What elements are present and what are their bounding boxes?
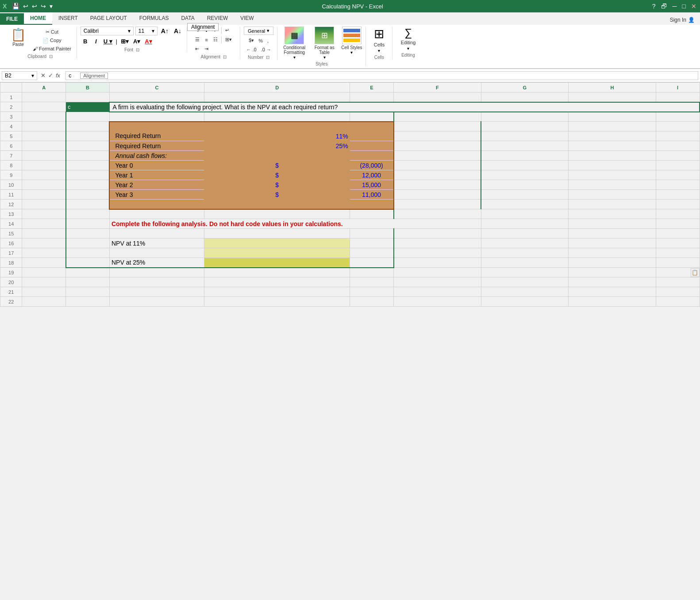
save-button[interactable]: 💾 <box>11 2 20 11</box>
cell-h12[interactable] <box>569 200 656 209</box>
restore-button[interactable]: 🗗 <box>660 2 668 11</box>
cell-i15[interactable] <box>656 229 700 238</box>
sign-in-button[interactable]: Sign In 👤 <box>665 15 700 25</box>
cell-a4[interactable] <box>22 122 66 131</box>
col-header-i[interactable]: I <box>656 83 700 92</box>
cell-a8[interactable] <box>22 161 66 170</box>
cell-h8[interactable] <box>569 161 656 170</box>
cell-a21[interactable] <box>22 287 66 297</box>
cell-i7[interactable] <box>656 151 700 161</box>
cell-h20[interactable] <box>569 277 656 287</box>
increase-indent-button[interactable]: ⇥ <box>203 45 210 53</box>
cell-f3[interactable] <box>394 112 481 122</box>
cell-g11[interactable] <box>481 190 569 200</box>
font-name-selector[interactable]: Calibri▾ <box>81 27 134 35</box>
cell-i6[interactable] <box>656 141 700 151</box>
cell-d17[interactable] <box>204 248 350 258</box>
cell-a11[interactable] <box>22 190 66 200</box>
format-painter-button[interactable]: 🖌 Format Painter <box>31 45 73 52</box>
cell-g10[interactable] <box>481 180 569 190</box>
cell-d19[interactable] <box>204 268 350 277</box>
cell-b7[interactable] <box>66 151 110 161</box>
cell-d11[interactable]: $ <box>204 190 350 200</box>
cell-d18[interactable] <box>204 258 350 268</box>
cell-b4[interactable] <box>66 122 110 131</box>
bold-button[interactable]: B <box>81 37 90 46</box>
cell-a9[interactable] <box>22 170 66 180</box>
cell-a3[interactable] <box>22 112 66 122</box>
cell-a12[interactable] <box>22 200 66 209</box>
col-header-b[interactable]: B <box>66 83 110 92</box>
increase-font-size-button[interactable]: A↑ <box>159 27 170 35</box>
decrease-decimal-button[interactable]: ← .0 <box>244 46 258 53</box>
cell-b5[interactable] <box>66 131 110 141</box>
cell-h5[interactable] <box>569 131 656 141</box>
cell-g17[interactable] <box>481 248 569 258</box>
confirm-formula-button[interactable]: ✓ <box>48 72 53 79</box>
cell-i13[interactable] <box>656 209 700 219</box>
cell-h10[interactable] <box>569 180 656 190</box>
cell-f17[interactable] <box>394 248 481 258</box>
cell-a17[interactable] <box>22 248 66 258</box>
cell-d16[interactable] <box>204 238 350 248</box>
cell-h1[interactable] <box>569 92 656 102</box>
cell-e20[interactable] <box>350 277 394 287</box>
cell-a20[interactable] <box>22 277 66 287</box>
cut-button[interactable]: ✂ Cut <box>31 28 73 36</box>
cell-e15[interactable] <box>350 229 394 238</box>
cell-f1[interactable] <box>394 92 481 102</box>
cell-c2[interactable]: A firm is evaluating the following proje… <box>109 102 700 112</box>
cell-f6[interactable] <box>394 141 481 151</box>
cell-brown-4[interactable] <box>109 122 393 131</box>
borders-button[interactable]: ⊞▾ <box>119 37 131 46</box>
cell-e3[interactable] <box>350 112 394 122</box>
cell-b18[interactable] <box>66 258 110 268</box>
cell-i12[interactable] <box>656 200 700 209</box>
cell-d7[interactable] <box>204 151 350 161</box>
cell-f9[interactable] <box>394 170 481 180</box>
cell-g20[interactable] <box>481 277 569 287</box>
cell-b20[interactable] <box>66 277 110 287</box>
cell-b13[interactable] <box>66 209 110 219</box>
cell-g12[interactable] <box>481 200 569 209</box>
col-header-d[interactable]: D <box>204 83 350 92</box>
cell-b1[interactable] <box>66 92 110 102</box>
cell-d3[interactable] <box>204 112 350 122</box>
cell-g9[interactable] <box>481 170 569 180</box>
cell-g14[interactable] <box>481 219 569 229</box>
cell-d20[interactable] <box>204 277 350 287</box>
cell-h18[interactable] <box>569 258 656 268</box>
cell-e22[interactable] <box>350 297 394 307</box>
cell-a1[interactable] <box>22 92 66 102</box>
cell-b8[interactable] <box>66 161 110 170</box>
cell-d9[interactable]: $ <box>204 170 350 180</box>
cell-e5[interactable] <box>350 131 394 141</box>
cell-c16[interactable]: NPV at 11% <box>109 238 204 248</box>
cell-c3[interactable] <box>109 112 204 122</box>
col-header-a[interactable]: A <box>22 83 66 92</box>
cell-c11[interactable]: Year 3 <box>109 190 204 200</box>
cell-e10[interactable]: 15,000 <box>350 180 394 190</box>
minimize-button[interactable]: ─ <box>672 2 678 11</box>
cell-c17[interactable] <box>109 248 204 258</box>
cell-d22[interactable] <box>204 297 350 307</box>
cell-f10[interactable] <box>394 180 481 190</box>
cell-i10[interactable] <box>656 180 700 190</box>
cell-b6[interactable] <box>66 141 110 151</box>
cell-i16[interactable] <box>656 238 700 248</box>
fill-color-button[interactable]: A▾ <box>131 37 142 46</box>
cell-e19[interactable] <box>350 268 394 277</box>
cell-g6[interactable] <box>481 141 569 151</box>
cell-c9[interactable]: Year 1 <box>109 170 204 180</box>
cell-a14[interactable] <box>22 219 66 229</box>
cell-brown-12[interactable] <box>109 200 393 209</box>
cell-e13[interactable] <box>350 209 394 219</box>
cell-e11[interactable]: 11,000 <box>350 190 394 200</box>
cell-i8[interactable] <box>656 161 700 170</box>
cell-h15[interactable] <box>569 229 656 238</box>
cell-d21[interactable] <box>204 287 350 297</box>
cell-h13[interactable] <box>569 209 656 219</box>
cell-f21[interactable] <box>394 287 481 297</box>
cell-e18[interactable] <box>350 258 394 268</box>
number-format-selector[interactable]: General▾ <box>244 27 273 35</box>
